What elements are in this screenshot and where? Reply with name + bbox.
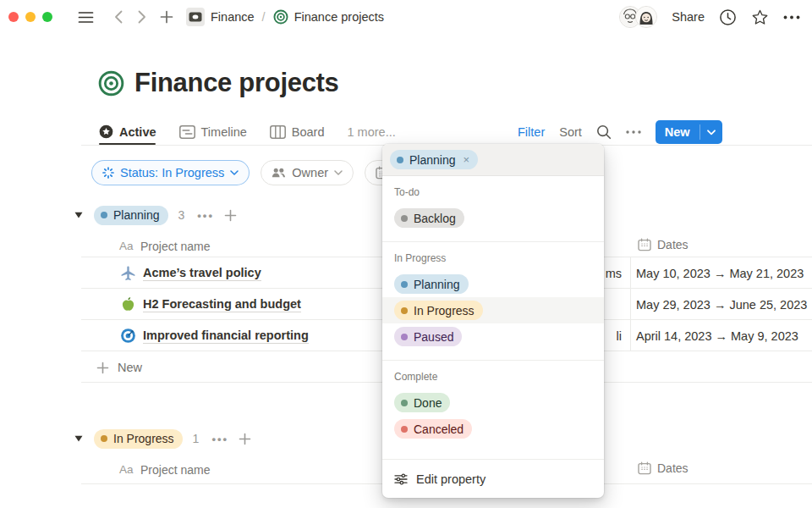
group-header-planning: Planning 3 •••	[74, 204, 237, 226]
selected-tag[interactable]: Planning ×	[390, 150, 478, 169]
group-label: Planning	[113, 208, 160, 222]
name-column-type-icon: Aa	[119, 240, 134, 252]
back-icon[interactable]	[114, 10, 123, 24]
name-column-header[interactable]: Project name	[140, 463, 210, 477]
project-name[interactable]: Acme’s travel policy	[143, 266, 261, 281]
status-dot	[401, 215, 408, 222]
new-button[interactable]: New	[656, 120, 700, 144]
status-option-paused[interactable]: Paused	[382, 323, 604, 350]
group-count: 3	[178, 208, 185, 222]
banknote-icon	[186, 8, 205, 26]
status-option-planning[interactable]: Planning	[382, 271, 604, 297]
airplane-icon	[120, 265, 136, 281]
option-label: Canceled	[414, 422, 464, 436]
dates-cell[interactable]: May 29, 2023 → June 25, 2023	[636, 289, 807, 320]
breadcrumb-separator: /	[262, 10, 266, 24]
tab-board-view[interactable]: Board	[270, 125, 325, 139]
share-button[interactable]: Share	[672, 10, 705, 24]
dates-column-header[interactable]: Dates	[638, 461, 689, 475]
group-tag[interactable]: In Progress	[94, 429, 183, 449]
dates-column-label: Dates	[657, 238, 689, 251]
project-name[interactable]: Improved financial reporting	[143, 329, 309, 344]
owner-filter-chip[interactable]: Owner	[261, 160, 354, 185]
status-filter-dropdown: Planning × To-do Backlog In Progress Pla…	[382, 144, 604, 498]
filter-button[interactable]: Filter	[518, 125, 545, 139]
remove-tag-icon[interactable]: ×	[464, 153, 470, 166]
collapse-triangle-icon[interactable]	[74, 435, 83, 442]
status-dot	[101, 212, 107, 218]
new-button-group: New	[656, 120, 722, 144]
apple-icon	[120, 296, 136, 312]
new-page-icon[interactable]	[160, 10, 173, 24]
group-add-icon[interactable]	[239, 433, 251, 445]
tab-active-view[interactable]: Active	[99, 124, 156, 139]
breadcrumb-parent[interactable]: Finance	[211, 10, 255, 24]
tab-label: Timeline	[201, 125, 247, 139]
tab-label: Active	[119, 125, 156, 139]
notion-window: Finance / Finance projects Share	[0, 0, 812, 508]
board-view-icon	[270, 125, 286, 139]
search-icon[interactable]	[596, 124, 612, 140]
forward-icon[interactable]	[138, 10, 146, 24]
sort-button[interactable]: Sort	[559, 125, 582, 139]
filter-chip-row: Status: In Progress Owner	[91, 160, 400, 185]
edit-property-label: Edit property	[416, 472, 486, 486]
option-label: In Progress	[414, 304, 475, 318]
timeline-view-icon	[179, 125, 195, 139]
status-dot	[401, 307, 408, 314]
dates-column-header[interactable]: Dates	[638, 238, 689, 251]
target-icon	[120, 328, 136, 344]
group-label: In Progress	[113, 432, 174, 445]
page-bullseye-icon[interactable]	[98, 70, 124, 100]
group-more-icon[interactable]: •••	[197, 209, 214, 222]
status-filter-chip[interactable]: Status: In Progress	[91, 160, 250, 185]
avatar	[635, 6, 657, 28]
collaborator-avatars[interactable]	[619, 6, 657, 28]
zoom-window-button[interactable]	[42, 12, 52, 22]
name-column-type-icon: Aa	[119, 463, 134, 476]
minimize-window-button[interactable]	[25, 12, 36, 22]
group-tag[interactable]: Planning	[94, 206, 168, 225]
collapse-triangle-icon[interactable]	[74, 212, 83, 218]
favorite-star-icon[interactable]	[751, 8, 769, 26]
name-column-header[interactable]: Project name	[140, 240, 210, 253]
edit-property-button[interactable]: Edit property	[382, 459, 604, 498]
status-option-backlog[interactable]: Backlog	[382, 205, 604, 231]
sidebar-toggle-icon[interactable]	[78, 11, 94, 24]
group-count: 1	[193, 432, 200, 445]
project-name[interactable]: H2 Forecasting and budget	[143, 297, 301, 312]
page-title: Finance projects	[134, 68, 339, 98]
add-row-button[interactable]: New	[96, 361, 142, 374]
view-more-icon[interactable]	[626, 130, 641, 134]
breadcrumb-current[interactable]: Finance projects	[294, 10, 384, 24]
option-label: Paused	[414, 330, 453, 344]
tab-more-views[interactable]: 1 more...	[348, 125, 396, 139]
dropdown-selected-area[interactable]: Planning ×	[382, 144, 604, 176]
tab-timeline-view[interactable]: Timeline	[179, 125, 247, 139]
column-divider	[630, 257, 631, 351]
more-options-icon[interactable]	[783, 15, 800, 19]
window-toolbar: Finance / Finance projects Share	[0, 0, 812, 34]
plus-icon	[96, 362, 109, 374]
close-window-button[interactable]	[8, 12, 19, 22]
status-spinner-icon	[102, 167, 114, 179]
status-option-in-progress[interactable]: In Progress	[382, 297, 604, 323]
group-more-icon[interactable]: •••	[211, 433, 228, 445]
status-dot	[101, 435, 107, 442]
dates-cell[interactable]: April 14, 2023 → May 9, 2023	[636, 320, 798, 351]
updates-clock-icon[interactable]	[719, 8, 737, 26]
group-add-icon[interactable]	[224, 209, 237, 222]
view-controls: Filter Sort New	[518, 119, 722, 145]
people-icon	[272, 168, 286, 178]
owner-filter-label: Owner	[292, 166, 328, 179]
traffic-lights	[8, 12, 52, 22]
bullseye-icon	[273, 9, 288, 25]
status-dot	[401, 426, 408, 433]
chevron-down-icon	[334, 170, 343, 175]
status-option-done[interactable]: Done	[382, 389, 604, 416]
star-view-icon	[99, 124, 113, 139]
new-button-caret-icon[interactable]	[700, 120, 722, 144]
dates-cell[interactable]: May 10, 2023 → May 21, 2023	[636, 257, 804, 289]
add-row-label: New	[118, 361, 142, 374]
status-option-canceled[interactable]: Canceled	[382, 416, 604, 442]
